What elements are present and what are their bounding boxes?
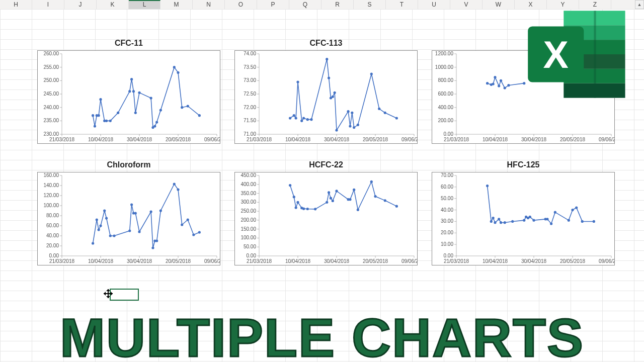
svg-point-237 bbox=[370, 180, 373, 183]
svg-point-235 bbox=[353, 189, 355, 191]
svg-point-164 bbox=[92, 242, 94, 244]
svg-text:10/04/2018: 10/04/2018 bbox=[88, 258, 113, 264]
svg-point-170 bbox=[109, 234, 112, 237]
svg-point-95 bbox=[370, 72, 373, 75]
column-header-V[interactable]: V bbox=[450, 0, 482, 9]
svg-text:100.00: 100.00 bbox=[240, 235, 256, 240]
svg-point-280 bbox=[529, 216, 531, 218]
chart-Chloroform[interactable]: Chloroform0.0020.0040.0060.0080.00100.00… bbox=[37, 172, 220, 265]
svg-text:73.00: 73.00 bbox=[244, 77, 256, 83]
worksheet[interactable]: HIJKLMNOPQRSTUVWXYZ ▲ CFC-11230.00235.00… bbox=[0, 0, 644, 362]
svg-text:140.00: 140.00 bbox=[43, 183, 59, 188]
svg-point-81 bbox=[302, 117, 305, 119]
svg-point-240 bbox=[395, 205, 398, 208]
chart-CFC-11[interactable]: CFC-11230.00235.00240.00245.00250.00255.… bbox=[37, 50, 220, 144]
svg-point-283 bbox=[546, 218, 548, 220]
svg-text:72.00: 72.00 bbox=[244, 105, 256, 110]
svg-text:255.00: 255.00 bbox=[43, 64, 59, 70]
svg-point-274 bbox=[500, 221, 502, 224]
svg-text:60.00: 60.00 bbox=[441, 184, 453, 190]
column-header-O[interactable]: O bbox=[225, 0, 257, 9]
svg-text:30/04/2018: 30/04/2018 bbox=[324, 258, 349, 264]
svg-text:21/03/2018: 21/03/2018 bbox=[444, 137, 469, 142]
svg-text:72.50: 72.50 bbox=[244, 91, 256, 97]
svg-point-32 bbox=[105, 120, 108, 122]
column-header-I[interactable]: I bbox=[32, 0, 64, 9]
svg-text:150.00: 150.00 bbox=[240, 226, 256, 232]
svg-point-186 bbox=[192, 233, 195, 236]
svg-text:260.00: 260.00 bbox=[43, 51, 59, 56]
svg-text:71.50: 71.50 bbox=[244, 118, 256, 123]
svg-point-38 bbox=[134, 112, 137, 114]
column-header-R[interactable]: R bbox=[321, 0, 354, 9]
column-header-P[interactable]: P bbox=[257, 0, 289, 9]
svg-point-225 bbox=[302, 208, 305, 210]
svg-point-228 bbox=[326, 201, 328, 204]
svg-point-49 bbox=[198, 114, 201, 117]
column-header-H[interactable]: H bbox=[0, 0, 32, 9]
svg-point-238 bbox=[374, 195, 376, 198]
svg-text:09/06/2018: 09/06/2018 bbox=[204, 258, 220, 264]
chart-CFC-113[interactable]: CFC-11371.0071.5072.0072.5073.0073.5074.… bbox=[234, 50, 418, 144]
svg-point-281 bbox=[532, 219, 535, 222]
svg-point-125 bbox=[486, 82, 489, 84]
svg-text:20/05/2018: 20/05/2018 bbox=[560, 137, 585, 142]
svg-point-127 bbox=[492, 82, 495, 85]
svg-text:400.00: 400.00 bbox=[438, 105, 453, 110]
svg-point-84 bbox=[326, 58, 328, 60]
svg-point-87 bbox=[332, 96, 334, 98]
svg-text:40.00: 40.00 bbox=[46, 233, 59, 238]
svg-point-276 bbox=[511, 220, 514, 223]
svg-point-97 bbox=[384, 112, 386, 114]
svg-text:240.00: 240.00 bbox=[43, 105, 59, 110]
svg-point-39 bbox=[138, 92, 140, 94]
svg-text:74.00: 74.00 bbox=[244, 51, 256, 56]
svg-text:20.00: 20.00 bbox=[441, 230, 453, 235]
column-header-K[interactable]: K bbox=[97, 0, 129, 9]
svg-point-48 bbox=[187, 105, 189, 107]
column-header-M[interactable]: M bbox=[160, 0, 193, 9]
svg-point-35 bbox=[128, 90, 131, 93]
svg-point-239 bbox=[384, 199, 386, 202]
svg-point-180 bbox=[155, 239, 158, 242]
svg-point-132 bbox=[507, 84, 510, 86]
svg-point-172 bbox=[128, 229, 131, 232]
svg-point-80 bbox=[300, 120, 303, 122]
svg-point-130 bbox=[500, 79, 502, 82]
svg-text:30.00: 30.00 bbox=[441, 218, 453, 224]
svg-text:1200.00: 1200.00 bbox=[435, 51, 454, 56]
svg-text:70.00: 70.00 bbox=[441, 172, 453, 178]
svg-point-128 bbox=[494, 76, 496, 78]
column-header-T[interactable]: T bbox=[386, 0, 418, 9]
svg-point-45 bbox=[173, 66, 176, 68]
chart-HFC-125[interactable]: HFC-1250.0010.0020.0030.0040.0050.0060.0… bbox=[432, 172, 615, 265]
svg-text:120.00: 120.00 bbox=[43, 193, 59, 198]
svg-text:0.00: 0.00 bbox=[444, 253, 454, 258]
scroll-up-button[interactable]: ▲ bbox=[635, 0, 644, 9]
svg-text:30/04/2018: 30/04/2018 bbox=[521, 137, 546, 142]
column-header-Q[interactable]: Q bbox=[289, 0, 321, 9]
svg-text:21/03/2018: 21/03/2018 bbox=[444, 258, 469, 264]
column-header-N[interactable]: N bbox=[193, 0, 225, 9]
svg-text:60.00: 60.00 bbox=[46, 223, 59, 228]
svg-point-78 bbox=[295, 117, 297, 119]
column-header-S[interactable]: S bbox=[354, 0, 386, 9]
svg-text:21/03/2018: 21/03/2018 bbox=[49, 137, 74, 142]
svg-text:71.00: 71.00 bbox=[244, 131, 256, 137]
svg-rect-298 bbox=[594, 11, 596, 98]
chart-HCFC-22[interactable]: HCFC-220.0050.00100.00150.00200.00250.00… bbox=[234, 172, 418, 265]
svg-point-234 bbox=[349, 198, 351, 201]
svg-text:1000.00: 1000.00 bbox=[435, 64, 454, 70]
svg-point-288 bbox=[575, 206, 578, 209]
svg-point-275 bbox=[504, 221, 506, 224]
svg-point-236 bbox=[357, 209, 359, 211]
column-header-L[interactable]: L bbox=[129, 0, 160, 9]
svg-point-29 bbox=[98, 114, 100, 117]
svg-text:10/04/2018: 10/04/2018 bbox=[285, 258, 310, 264]
svg-point-220 bbox=[289, 184, 291, 187]
svg-point-229 bbox=[328, 191, 330, 194]
svg-point-182 bbox=[173, 183, 176, 185]
column-header-W[interactable]: W bbox=[482, 0, 515, 9]
column-header-U[interactable]: U bbox=[418, 0, 450, 9]
column-header-J[interactable]: J bbox=[64, 0, 97, 9]
